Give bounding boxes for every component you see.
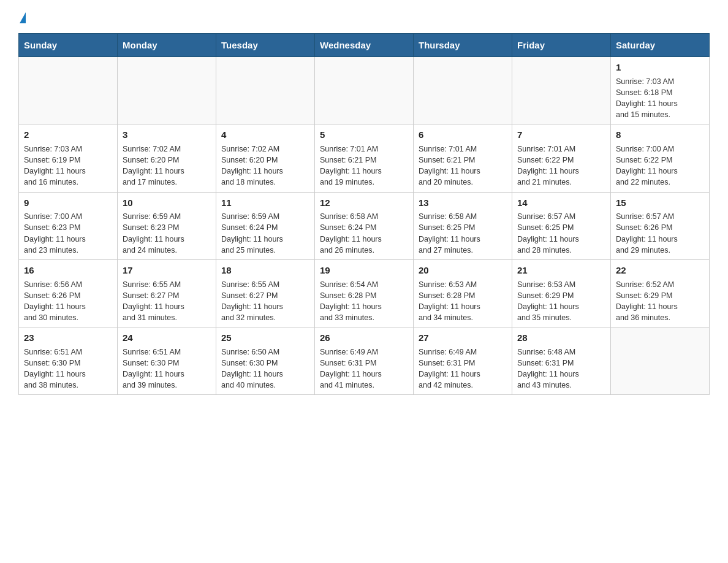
day-info-line: Sunset: 6:28 PM [419,290,507,301]
weekday-header-saturday: Saturday [611,34,710,57]
day-info-line: Sunset: 6:31 PM [320,358,408,369]
day-number: 6 [419,128,507,142]
weekday-header-tuesday: Tuesday [216,34,315,57]
day-info-line: Sunrise: 6:58 AM [419,211,507,222]
day-info-line: and 34 minutes. [419,312,507,323]
day-info-line: Daylight: 11 hours [616,166,704,177]
day-info-line: Daylight: 11 hours [419,166,507,177]
day-info-line: Sunrise: 6:48 AM [517,347,605,358]
day-info-line: and 18 minutes. [221,177,309,188]
day-number: 14 [517,196,605,210]
logo-triangle-icon [20,12,26,23]
day-info-line: Daylight: 11 hours [24,166,112,177]
calendar-day-cell: 25Sunrise: 6:50 AMSunset: 6:30 PMDayligh… [216,327,315,395]
day-info-line: and 28 minutes. [517,245,605,256]
day-number: 21 [517,264,605,277]
calendar-day-cell: 7Sunrise: 7:01 AMSunset: 6:22 PMDaylight… [512,124,611,192]
day-info-line: Daylight: 11 hours [320,234,408,245]
day-info-line: Daylight: 11 hours [24,369,112,380]
day-number: 1 [616,61,704,74]
day-info-line: Sunset: 6:23 PM [123,222,211,233]
day-info-line: Sunrise: 7:03 AM [24,144,112,155]
weekday-header-friday: Friday [512,34,611,57]
day-info-line: Sunrise: 7:02 AM [221,144,309,155]
calendar-week-row: 23Sunrise: 6:51 AMSunset: 6:30 PMDayligh… [19,327,710,395]
day-info-line: Sunset: 6:27 PM [123,290,211,301]
day-info-line: Daylight: 11 hours [24,301,112,312]
day-info-line: Daylight: 11 hours [320,301,408,312]
calendar-day-cell: 2Sunrise: 7:03 AMSunset: 6:19 PMDaylight… [19,124,118,192]
day-info-line: and 17 minutes. [123,177,211,188]
day-number: 24 [123,331,211,345]
calendar-day-cell: 11Sunrise: 6:59 AMSunset: 6:24 PMDayligh… [216,192,315,259]
calendar-day-cell: 17Sunrise: 6:55 AMSunset: 6:27 PMDayligh… [118,259,216,327]
day-number: 19 [320,264,408,277]
day-info-line: Sunset: 6:25 PM [517,222,605,233]
day-number: 2 [24,128,112,142]
day-info-line: Daylight: 11 hours [221,301,309,312]
day-info-line: Daylight: 11 hours [24,234,112,245]
day-number: 15 [616,196,704,210]
day-info-line: and 38 minutes. [24,380,112,391]
calendar-day-cell: 6Sunrise: 7:01 AMSunset: 6:21 PMDaylight… [414,124,512,192]
day-number: 5 [320,128,408,142]
day-info-line: and 23 minutes. [24,245,112,256]
day-info-line: Daylight: 11 hours [320,369,408,380]
day-info-line: Daylight: 11 hours [419,234,507,245]
calendar-day-cell: 28Sunrise: 6:48 AMSunset: 6:31 PMDayligh… [512,327,611,395]
day-number: 8 [616,128,704,142]
day-number: 9 [24,196,112,210]
logo [18,12,26,22]
day-info-line: Sunrise: 6:51 AM [24,347,112,358]
day-info-line: and 25 minutes. [221,245,309,256]
day-info-line: Daylight: 11 hours [616,301,704,312]
calendar-week-row: 16Sunrise: 6:56 AMSunset: 6:26 PMDayligh… [19,259,710,327]
day-info-line: and 15 minutes. [616,109,704,120]
day-number: 18 [221,264,309,277]
day-info-line: Sunrise: 6:49 AM [419,347,507,358]
day-info-line: Sunrise: 7:01 AM [517,144,605,155]
day-info-line: Sunset: 6:26 PM [24,290,112,301]
day-number: 13 [419,196,507,210]
day-info-line: Daylight: 11 hours [616,98,704,109]
page-header [18,12,710,22]
day-number: 17 [123,264,211,277]
calendar-day-cell: 3Sunrise: 7:02 AMSunset: 6:20 PMDaylight… [118,124,216,192]
day-info-line: and 26 minutes. [320,245,408,256]
day-info-line: Daylight: 11 hours [123,369,211,380]
day-info-line: Sunset: 6:21 PM [320,155,408,166]
day-info-line: Sunset: 6:28 PM [320,290,408,301]
day-info-line: Sunrise: 6:51 AM [123,347,211,358]
day-info-line: Daylight: 11 hours [221,234,309,245]
day-info-line: and 33 minutes. [320,312,408,323]
calendar-day-cell: 1Sunrise: 7:03 AMSunset: 6:18 PMDaylight… [611,57,710,124]
day-info-line: and 21 minutes. [517,177,605,188]
day-info-line: and 41 minutes. [320,380,408,391]
weekday-header-monday: Monday [118,34,216,57]
calendar-day-cell: 9Sunrise: 7:00 AMSunset: 6:23 PMDaylight… [19,192,118,259]
day-number: 28 [517,331,605,345]
calendar-day-cell [118,57,216,124]
day-info-line: Sunset: 6:22 PM [616,155,704,166]
day-info-line: Daylight: 11 hours [123,301,211,312]
day-info-line: Sunrise: 6:57 AM [517,211,605,222]
day-info-line: Sunset: 6:30 PM [221,358,309,369]
day-info-line: Daylight: 11 hours [616,234,704,245]
day-number: 11 [221,196,309,210]
calendar-day-cell: 10Sunrise: 6:59 AMSunset: 6:23 PMDayligh… [118,192,216,259]
day-info-line: Sunrise: 7:01 AM [419,144,507,155]
weekday-header-wednesday: Wednesday [315,34,414,57]
day-info-line: Sunset: 6:19 PM [24,155,112,166]
day-info-line: Daylight: 11 hours [123,234,211,245]
day-info-line: Sunrise: 7:01 AM [320,144,408,155]
day-info-line: Sunset: 6:23 PM [24,222,112,233]
calendar-day-cell: 8Sunrise: 7:00 AMSunset: 6:22 PMDaylight… [611,124,710,192]
day-info-line: and 42 minutes. [419,380,507,391]
calendar-day-cell: 19Sunrise: 6:54 AMSunset: 6:28 PMDayligh… [315,259,414,327]
day-info-line: Sunrise: 6:58 AM [320,211,408,222]
day-number: 7 [517,128,605,142]
day-number: 10 [123,196,211,210]
day-info-line: and 43 minutes. [517,380,605,391]
calendar-table: SundayMondayTuesdayWednesdayThursdayFrid… [18,33,710,395]
day-number: 25 [221,331,309,345]
